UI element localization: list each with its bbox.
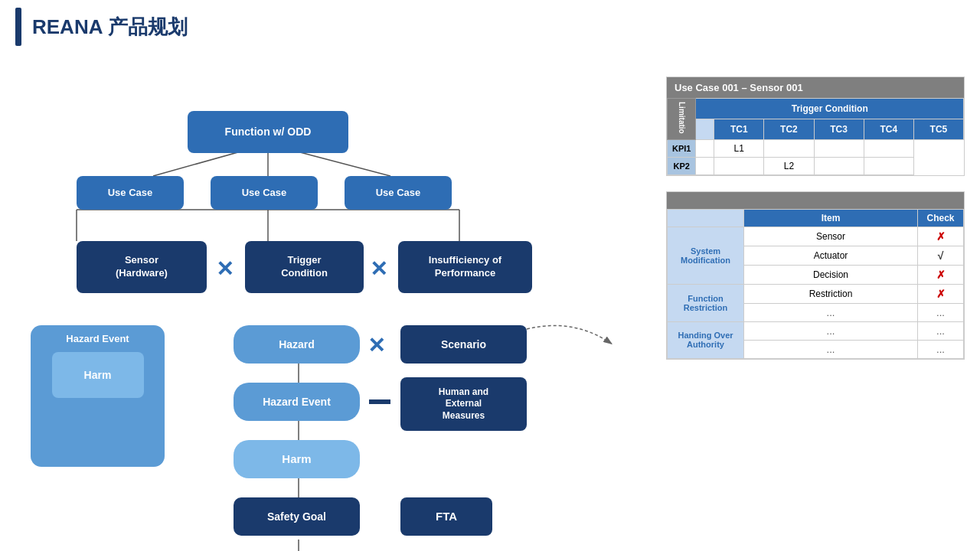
kp2-tc1 bbox=[696, 157, 714, 174]
table1-tc2: TC2 bbox=[764, 119, 814, 139]
table2-header-bar bbox=[667, 192, 964, 209]
table1-empty-col bbox=[696, 119, 714, 139]
kp2-tc3: L2 bbox=[764, 157, 814, 174]
x-symbol-1: ✕ bbox=[216, 256, 234, 282]
tables-area: Use Case 001 – Sensor 001 Limitatio Trig… bbox=[666, 54, 965, 551]
restriction-check: ✗ bbox=[918, 284, 964, 303]
restriction-item: Restriction bbox=[744, 284, 918, 303]
function-odd-box: Function w/ ODD bbox=[188, 111, 348, 153]
table-row: KP2 L2 bbox=[668, 157, 964, 174]
kp2-label: KP2 bbox=[668, 157, 696, 174]
restriction-dots-item: ... bbox=[744, 303, 918, 321]
handing-dots1-check: ... bbox=[918, 321, 964, 340]
header-accent-bar bbox=[15, 8, 21, 46]
restriction-dots-check: ... bbox=[918, 303, 964, 321]
use-case-1-box: Use Case bbox=[77, 176, 184, 210]
table2-container: Item Check SystemModification Sensor ✗ A… bbox=[666, 191, 965, 360]
harm-box: Harm bbox=[234, 440, 360, 478]
actuator-item: Actuator bbox=[744, 246, 918, 265]
table1-tc3: TC3 bbox=[814, 119, 864, 139]
kpi1-tc4 bbox=[814, 139, 864, 157]
kp2-tc2 bbox=[714, 157, 764, 174]
x-symbol-2: ✕ bbox=[370, 256, 387, 282]
table1-tc4: TC4 bbox=[864, 119, 913, 139]
minus-symbol bbox=[369, 399, 390, 404]
kp2-tc5 bbox=[864, 157, 913, 174]
table-row: FunctionRestriction Restriction ✗ bbox=[668, 284, 964, 303]
main-content: Function w/ ODD Use Case Use Case Use Ca… bbox=[0, 54, 980, 551]
handing-dots2-item: ... bbox=[744, 340, 918, 358]
sensor-hardware-box: Sensor(Hardware) bbox=[77, 241, 207, 293]
header: REANA 产品规划 bbox=[0, 0, 980, 54]
use-case-3-box: Use Case bbox=[345, 176, 452, 210]
kpi1-tc5 bbox=[864, 139, 913, 157]
kpi1-tc1 bbox=[696, 139, 714, 157]
table1-container: Use Case 001 – Sensor 001 Limitatio Trig… bbox=[666, 77, 965, 176]
table-row: KPI1 L1 bbox=[668, 139, 964, 157]
handing-dots2-check: ... bbox=[918, 340, 964, 358]
scenario-box: Scenario bbox=[400, 325, 527, 364]
table-row: SystemModification Sensor ✗ bbox=[668, 227, 964, 246]
actuator-check: √ bbox=[918, 246, 964, 265]
table2-group-header bbox=[668, 209, 744, 227]
hazard-box: Hazard bbox=[234, 325, 360, 364]
table2: Item Check SystemModification Sensor ✗ A… bbox=[667, 209, 964, 359]
page-title: REANA 产品规划 bbox=[32, 14, 188, 41]
table1-tc1: TC1 bbox=[714, 119, 764, 139]
insufficiency-box: Insufficiency ofPerformance bbox=[398, 241, 532, 293]
hazard-event-sidebar: Hazard Event Harm bbox=[31, 325, 165, 467]
decision-check: ✗ bbox=[918, 265, 964, 284]
diagram-area: Function w/ ODD Use Case Use Case Use Ca… bbox=[15, 54, 651, 551]
sensor-item: Sensor bbox=[744, 227, 918, 246]
human-external-box: Human andExternalMeasures bbox=[400, 377, 527, 431]
safety-goal-box: Safety Goal bbox=[234, 497, 360, 536]
kpi1-label: KPI1 bbox=[668, 139, 696, 157]
handing-dots1-item: ... bbox=[744, 321, 918, 340]
table2-item-header: Item bbox=[744, 209, 918, 227]
table2-check-header: Check bbox=[918, 209, 964, 227]
x-symbol-3: ✕ bbox=[368, 333, 385, 358]
trigger-condition-box: TriggerCondition bbox=[245, 241, 364, 293]
table1: Limitatio Trigger Condition TC1 TC2 TC3 … bbox=[667, 98, 964, 175]
hazard-event-box: Hazard Event bbox=[234, 383, 360, 421]
function-restriction-label: FunctionRestriction bbox=[668, 284, 744, 321]
table1-side-label: Limitatio bbox=[668, 99, 696, 140]
fta-box: FTA bbox=[400, 497, 492, 536]
handing-over-label: Handing OverAuthority bbox=[668, 321, 744, 358]
table1-tc5: TC5 bbox=[913, 119, 963, 139]
table-row: Handing OverAuthority ... ... bbox=[668, 321, 964, 340]
table1-title: Use Case 001 – Sensor 001 bbox=[667, 77, 964, 98]
kpi1-tc2: L1 bbox=[714, 139, 764, 157]
kpi1-tc3 bbox=[764, 139, 814, 157]
sensor-check: ✗ bbox=[918, 227, 964, 246]
table1-trigger-header: Trigger Condition bbox=[696, 99, 964, 119]
harm-sidebar-box: Harm bbox=[52, 352, 144, 398]
system-mod-label: SystemModification bbox=[668, 227, 744, 284]
kp2-tc4 bbox=[814, 157, 864, 174]
decision-item: Decision bbox=[744, 265, 918, 284]
use-case-2-box: Use Case bbox=[211, 176, 318, 210]
